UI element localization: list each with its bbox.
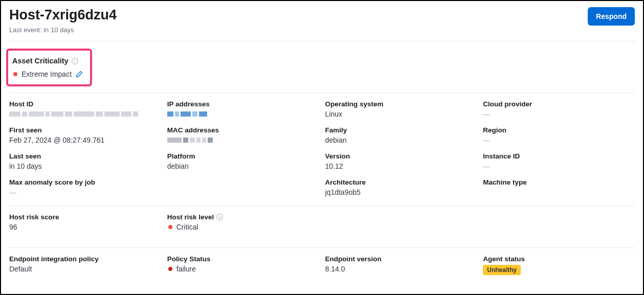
architecture-value: jq1dta9ob5 [325,188,477,196]
host-risk-score-value: 96 [9,223,161,231]
cloud-provider-value: — [483,110,635,118]
first-seen-label: First seen [9,126,161,134]
region-label: Region [483,126,635,134]
mac-addresses-label: MAC addresses [167,126,319,134]
os-label: Operating system [325,100,477,108]
first-seen-value: Feb 27, 2024 @ 08:27:49.761 [9,136,161,144]
mac-addresses-value-redacted [167,136,319,144]
endpoint-version-value: 8.14.0 [325,265,477,273]
family-value: debian [325,136,477,144]
platform-label: Platform [167,152,319,160]
risk-dot-icon [168,225,172,229]
asset-criticality-label: Asset Criticality [12,57,69,65]
version-value: 10.12 [325,162,477,170]
ip-addresses-value-redacted [167,110,319,118]
host-risk-level-value: Critical [176,223,198,231]
host-id-value-redacted [9,110,161,118]
instance-id-label: Instance ID [483,152,635,160]
divider [9,41,635,41]
edit-icon[interactable] [76,71,83,78]
last-seen-value: in 10 days [9,162,161,170]
last-event-text: Last event: in 10 days [9,26,117,34]
max-anomaly-label: Max anomaly score by job [9,178,161,186]
host-risk-level-label: Host risk level [167,213,214,221]
architecture-label: Architecture [325,178,477,186]
policy-status-value: failure [176,265,196,273]
region-value: — [483,136,635,144]
host-id-label: Host ID [9,100,161,108]
max-anomaly-value: — [9,188,161,196]
platform-value: debian [167,162,319,170]
agent-status-label: Agent status [483,255,635,263]
version-label: Version [325,152,477,160]
last-seen-label: Last seen [9,152,161,160]
status-dot-icon [168,267,172,271]
os-value: Linux [325,110,477,118]
machine-type-label: Machine type [483,178,635,186]
instance-id-value: — [483,162,635,170]
criticality-dot-icon [13,72,17,76]
endpoint-version-label: Endpoint version [325,255,477,263]
cloud-provider-label: Cloud provider [483,100,635,108]
policy-status-label: Policy Status [167,255,319,263]
ip-addresses-label: IP addresses [167,100,319,108]
agent-status-badge: Unhealthy [483,265,521,275]
host-risk-score-label: Host risk score [9,213,161,221]
asset-criticality-value: Extreme Impact [21,70,72,78]
asset-criticality-panel: Asset Criticality i Extreme Impact [6,49,92,86]
info-icon[interactable]: i [72,58,78,64]
info-icon[interactable]: i [216,214,223,220]
family-label: Family [325,126,477,134]
endpoint-policy-value: Default [9,265,161,273]
endpoint-policy-label: Endpoint integration policy [9,255,161,263]
respond-button[interactable]: Respond [588,7,635,26]
page-title: Host-7xrig6dzu4 [9,7,117,23]
